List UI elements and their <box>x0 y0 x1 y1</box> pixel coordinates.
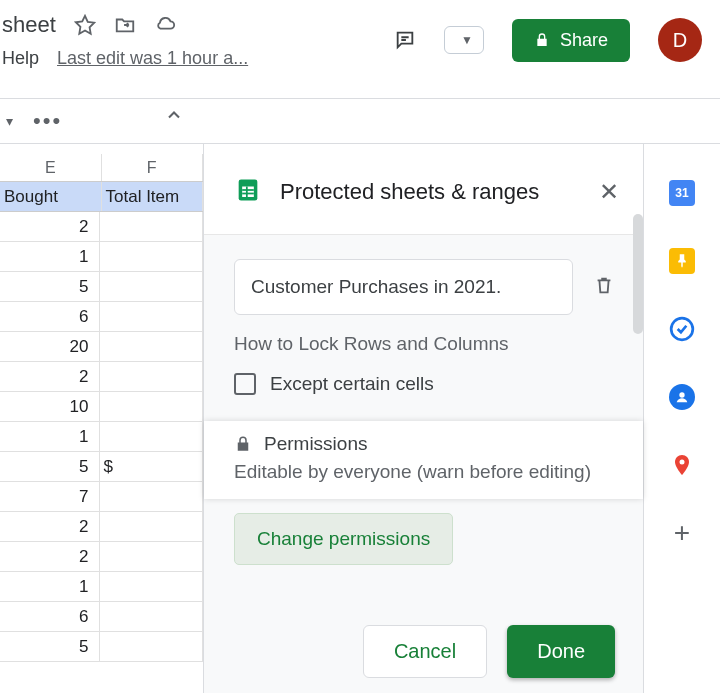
cell[interactable] <box>100 362 204 391</box>
cell[interactable]: 2 <box>0 362 100 391</box>
table-row[interactable]: 5 <box>0 632 203 662</box>
cell[interactable] <box>100 632 204 661</box>
cell[interactable]: $ <box>100 452 204 481</box>
svg-point-8 <box>680 460 685 465</box>
present-button[interactable]: ▼ <box>444 26 484 54</box>
comment-history-icon[interactable] <box>394 29 416 51</box>
except-cells-checkbox[interactable] <box>234 373 256 395</box>
header-cell-bought[interactable]: Bought <box>0 182 102 211</box>
table-row[interactable]: 2 <box>0 362 203 392</box>
cell[interactable]: 5 <box>0 632 100 661</box>
cell[interactable] <box>100 212 204 241</box>
description-input[interactable] <box>234 259 573 315</box>
cell[interactable] <box>100 242 204 271</box>
svg-rect-2 <box>242 187 254 198</box>
cell[interactable]: 6 <box>0 302 100 331</box>
account-avatar[interactable]: D <box>658 18 702 62</box>
close-icon[interactable]: ✕ <box>593 172 625 212</box>
cell[interactable]: 1 <box>0 242 100 271</box>
keep-icon[interactable] <box>669 248 695 274</box>
top-toolbar: sheet ▼ Share D Help Last edit was 1 hou… <box>0 0 720 90</box>
cell[interactable]: 1 <box>0 422 100 451</box>
cell[interactable] <box>100 482 204 511</box>
column-header-e[interactable]: E <box>0 154 102 181</box>
table-row[interactable]: 2 <box>0 212 203 242</box>
delete-icon[interactable] <box>587 268 621 306</box>
star-icon[interactable] <box>74 14 96 36</box>
cell[interactable]: 2 <box>0 542 100 571</box>
permissions-block: Permissions Editable by everyone (warn b… <box>204 421 643 499</box>
calendar-day-label: 31 <box>675 186 688 200</box>
more-icon[interactable]: ••• <box>33 108 62 134</box>
cell[interactable]: 2 <box>0 512 100 541</box>
cell[interactable]: 5 <box>0 452 100 481</box>
dropdown-caret-icon[interactable]: ▾ <box>6 113 13 129</box>
menu-help[interactable]: Help <box>2 48 39 69</box>
contacts-icon[interactable] <box>669 384 695 410</box>
table-row[interactable]: 6 <box>0 602 203 632</box>
cell[interactable] <box>100 602 204 631</box>
cell[interactable]: 7 <box>0 482 100 511</box>
cell[interactable]: 5 <box>0 272 100 301</box>
add-addon-icon[interactable]: + <box>669 520 695 546</box>
sheet-name-label: How to Lock Rows and Columns <box>234 333 621 355</box>
table-row[interactable]: 10 <box>0 392 203 422</box>
cell[interactable] <box>100 512 204 541</box>
permissions-subtitle: Editable by everyone (warn before editin… <box>234 461 621 483</box>
tasks-icon[interactable] <box>669 316 695 342</box>
svg-point-7 <box>679 392 684 397</box>
cell[interactable] <box>100 272 204 301</box>
cell[interactable] <box>100 422 204 451</box>
spreadsheet-grid[interactable]: E F Bought Total Item 21562021015$722165 <box>0 144 204 693</box>
sheets-icon <box>234 176 262 208</box>
avatar-initial: D <box>673 29 687 52</box>
panel-title: Protected sheets & ranges <box>280 179 575 205</box>
done-button[interactable]: Done <box>507 625 615 678</box>
share-button-label: Share <box>560 30 608 51</box>
permissions-title: Permissions <box>264 433 367 455</box>
except-cells-row[interactable]: Except certain cells <box>234 373 621 395</box>
maps-icon[interactable] <box>669 452 695 478</box>
table-row[interactable]: 1 <box>0 572 203 602</box>
scrollbar-thumb[interactable] <box>633 214 643 334</box>
table-row[interactable]: 5$ <box>0 452 203 482</box>
main-area: E F Bought Total Item 21562021015$722165… <box>0 143 720 693</box>
secondary-toolbar: ▾ ••• <box>0 99 720 143</box>
cell[interactable] <box>100 572 204 601</box>
cloud-status-icon[interactable] <box>154 14 176 36</box>
document-title[interactable]: sheet <box>0 12 56 38</box>
cell[interactable]: 6 <box>0 602 100 631</box>
cell[interactable]: 10 <box>0 392 100 421</box>
table-row[interactable]: 1 <box>0 422 203 452</box>
last-edit-link[interactable]: Last edit was 1 hour a... <box>57 48 248 69</box>
share-button[interactable]: Share <box>512 19 630 62</box>
table-row[interactable]: 2 <box>0 512 203 542</box>
calendar-icon[interactable]: 31 <box>669 180 695 206</box>
collapse-toolbar-icon[interactable] <box>164 105 184 130</box>
cell[interactable]: 2 <box>0 212 100 241</box>
chevron-down-icon: ▼ <box>461 33 473 47</box>
header-cell-total[interactable]: Total Item <box>102 182 204 211</box>
table-row[interactable]: 6 <box>0 302 203 332</box>
table-row[interactable]: 1 <box>0 242 203 272</box>
cell[interactable]: 20 <box>0 332 100 361</box>
except-cells-label: Except certain cells <box>270 373 434 395</box>
cell[interactable] <box>100 302 204 331</box>
table-row[interactable]: 2 <box>0 542 203 572</box>
table-row[interactable]: 7 <box>0 482 203 512</box>
cell[interactable] <box>100 332 204 361</box>
move-folder-icon[interactable] <box>114 14 136 36</box>
cell[interactable] <box>100 392 204 421</box>
cell[interactable] <box>100 542 204 571</box>
change-permissions-button[interactable]: Change permissions <box>234 513 453 565</box>
table-row[interactable]: 5 <box>0 272 203 302</box>
protected-ranges-panel: Protected sheets & ranges ✕ How to Lock … <box>204 144 644 693</box>
cell[interactable]: 1 <box>0 572 100 601</box>
column-header-f[interactable]: F <box>102 154 204 181</box>
cancel-button[interactable]: Cancel <box>363 625 487 678</box>
side-rail: 31 + <box>644 144 720 693</box>
table-row[interactable]: 20 <box>0 332 203 362</box>
